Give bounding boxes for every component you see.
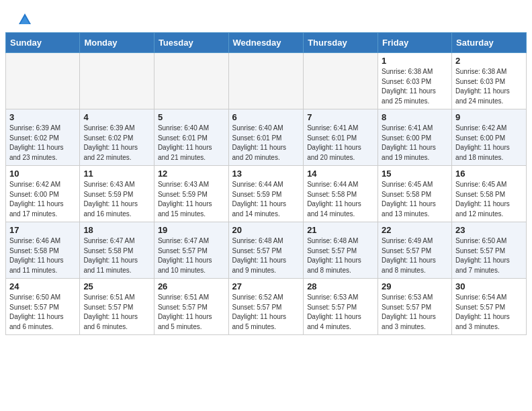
calendar-day-cell xyxy=(154,53,228,109)
day-info: Sunrise: 6:41 AM Sunset: 6:00 PM Dayligh… xyxy=(382,124,448,163)
calendar-table: SundayMondayTuesdayWednesdayThursdayFrid… xyxy=(5,32,527,335)
calendar-day-cell: 19Sunrise: 6:47 AM Sunset: 5:57 PM Dayli… xyxy=(154,222,228,279)
day-number: 7 xyxy=(307,112,374,122)
calendar-day-cell: 22Sunrise: 6:49 AM Sunset: 5:57 PM Dayli… xyxy=(378,222,452,279)
logo-icon xyxy=(17,12,32,27)
calendar-day-cell: 28Sunrise: 6:53 AM Sunset: 5:57 PM Dayli… xyxy=(304,279,378,335)
day-info: Sunrise: 6:44 AM Sunset: 5:59 PM Dayligh… xyxy=(232,180,300,219)
calendar-day-cell: 1Sunrise: 6:38 AM Sunset: 6:03 PM Daylig… xyxy=(378,53,452,109)
day-info: Sunrise: 6:39 AM Sunset: 6:02 PM Dayligh… xyxy=(83,124,150,163)
day-number: 13 xyxy=(232,169,300,179)
day-number: 22 xyxy=(382,225,448,235)
day-info: Sunrise: 6:39 AM Sunset: 6:02 PM Dayligh… xyxy=(9,124,76,163)
calendar-day-cell: 6Sunrise: 6:40 AM Sunset: 6:01 PM Daylig… xyxy=(228,109,304,166)
calendar-week-row: 17Sunrise: 6:46 AM Sunset: 5:58 PM Dayli… xyxy=(6,222,527,279)
calendar-wrapper: SundayMondayTuesdayWednesdayThursdayFrid… xyxy=(0,32,532,340)
calendar-day-cell xyxy=(6,53,80,109)
calendar-day-cell: 23Sunrise: 6:50 AM Sunset: 5:57 PM Dayli… xyxy=(452,222,527,279)
weekday-header-wednesday: Wednesday xyxy=(228,33,304,53)
day-number: 10 xyxy=(9,169,76,179)
logo xyxy=(16,12,32,27)
calendar-day-cell: 7Sunrise: 6:41 AM Sunset: 6:01 PM Daylig… xyxy=(304,109,378,166)
calendar-day-cell: 4Sunrise: 6:39 AM Sunset: 6:02 PM Daylig… xyxy=(80,109,154,166)
weekday-header-saturday: Saturday xyxy=(452,33,527,53)
calendar-day-cell: 11Sunrise: 6:43 AM Sunset: 5:59 PM Dayli… xyxy=(80,166,154,222)
day-number: 26 xyxy=(158,281,225,291)
day-number: 2 xyxy=(455,56,523,66)
calendar-week-row: 3Sunrise: 6:39 AM Sunset: 6:02 PM Daylig… xyxy=(6,109,527,166)
day-number: 5 xyxy=(158,112,225,122)
day-number: 17 xyxy=(9,225,76,235)
day-info: Sunrise: 6:46 AM Sunset: 5:58 PM Dayligh… xyxy=(9,236,76,275)
day-number: 28 xyxy=(307,281,374,291)
day-number: 8 xyxy=(382,112,448,122)
day-number: 27 xyxy=(232,281,300,291)
calendar-day-cell: 27Sunrise: 6:52 AM Sunset: 5:57 PM Dayli… xyxy=(228,279,304,335)
day-info: Sunrise: 6:45 AM Sunset: 5:58 PM Dayligh… xyxy=(382,180,448,219)
day-info: Sunrise: 6:42 AM Sunset: 6:00 PM Dayligh… xyxy=(455,124,523,163)
day-number: 3 xyxy=(9,112,76,122)
day-number: 11 xyxy=(83,169,150,179)
day-number: 23 xyxy=(455,225,523,235)
calendar-day-cell xyxy=(80,53,154,109)
day-info: Sunrise: 6:44 AM Sunset: 5:58 PM Dayligh… xyxy=(307,180,374,219)
calendar-day-cell: 10Sunrise: 6:42 AM Sunset: 6:00 PM Dayli… xyxy=(6,166,80,222)
day-number: 14 xyxy=(307,169,374,179)
calendar-week-row: 10Sunrise: 6:42 AM Sunset: 6:00 PM Dayli… xyxy=(6,166,527,222)
day-info: Sunrise: 6:48 AM Sunset: 5:57 PM Dayligh… xyxy=(232,236,300,275)
calendar-day-cell xyxy=(304,53,378,109)
day-number: 19 xyxy=(158,225,225,235)
weekday-header-monday: Monday xyxy=(80,33,154,53)
day-number: 1 xyxy=(382,56,448,66)
day-info: Sunrise: 6:52 AM Sunset: 5:57 PM Dayligh… xyxy=(232,293,300,332)
calendar-day-cell: 13Sunrise: 6:44 AM Sunset: 5:59 PM Dayli… xyxy=(228,166,304,222)
day-number: 29 xyxy=(382,281,448,291)
day-info: Sunrise: 6:40 AM Sunset: 6:01 PM Dayligh… xyxy=(158,124,225,163)
calendar-day-cell: 26Sunrise: 6:51 AM Sunset: 5:57 PM Dayli… xyxy=(154,279,228,335)
calendar-day-cell: 20Sunrise: 6:48 AM Sunset: 5:57 PM Dayli… xyxy=(228,222,304,279)
day-number: 18 xyxy=(83,225,150,235)
day-info: Sunrise: 6:43 AM Sunset: 5:59 PM Dayligh… xyxy=(83,180,150,219)
day-info: Sunrise: 6:45 AM Sunset: 5:58 PM Dayligh… xyxy=(455,180,523,219)
calendar-week-row: 24Sunrise: 6:50 AM Sunset: 5:57 PM Dayli… xyxy=(6,279,527,335)
calendar-day-cell: 15Sunrise: 6:45 AM Sunset: 5:58 PM Dayli… xyxy=(378,166,452,222)
day-info: Sunrise: 6:49 AM Sunset: 5:57 PM Dayligh… xyxy=(382,236,448,275)
calendar-day-cell: 2Sunrise: 6:38 AM Sunset: 6:03 PM Daylig… xyxy=(452,53,527,109)
day-number: 15 xyxy=(382,169,448,179)
day-info: Sunrise: 6:53 AM Sunset: 5:57 PM Dayligh… xyxy=(307,293,374,332)
day-info: Sunrise: 6:53 AM Sunset: 5:57 PM Dayligh… xyxy=(382,293,448,332)
day-info: Sunrise: 6:43 AM Sunset: 5:59 PM Dayligh… xyxy=(158,180,225,219)
day-number: 12 xyxy=(158,169,225,179)
calendar-day-cell: 18Sunrise: 6:47 AM Sunset: 5:58 PM Dayli… xyxy=(80,222,154,279)
calendar-day-cell: 12Sunrise: 6:43 AM Sunset: 5:59 PM Dayli… xyxy=(154,166,228,222)
day-info: Sunrise: 6:38 AM Sunset: 6:03 PM Dayligh… xyxy=(382,67,448,106)
weekday-header-friday: Friday xyxy=(378,33,452,53)
page-header xyxy=(0,0,532,32)
day-info: Sunrise: 6:47 AM Sunset: 5:58 PM Dayligh… xyxy=(83,236,150,275)
day-number: 24 xyxy=(9,281,76,291)
calendar-day-cell: 21Sunrise: 6:48 AM Sunset: 5:57 PM Dayli… xyxy=(304,222,378,279)
calendar-day-cell: 5Sunrise: 6:40 AM Sunset: 6:01 PM Daylig… xyxy=(154,109,228,166)
calendar-day-cell: 29Sunrise: 6:53 AM Sunset: 5:57 PM Dayli… xyxy=(378,279,452,335)
day-number: 16 xyxy=(455,169,523,179)
day-info: Sunrise: 6:50 AM Sunset: 5:57 PM Dayligh… xyxy=(455,236,523,275)
calendar-header: SundayMondayTuesdayWednesdayThursdayFrid… xyxy=(6,33,527,53)
calendar-day-cell: 17Sunrise: 6:46 AM Sunset: 5:58 PM Dayli… xyxy=(6,222,80,279)
calendar-day-cell: 3Sunrise: 6:39 AM Sunset: 6:02 PM Daylig… xyxy=(6,109,80,166)
calendar-day-cell: 14Sunrise: 6:44 AM Sunset: 5:58 PM Dayli… xyxy=(304,166,378,222)
calendar-week-row: 1Sunrise: 6:38 AM Sunset: 6:03 PM Daylig… xyxy=(6,53,527,109)
day-info: Sunrise: 6:51 AM Sunset: 5:57 PM Dayligh… xyxy=(158,293,225,332)
day-info: Sunrise: 6:54 AM Sunset: 5:57 PM Dayligh… xyxy=(455,293,523,332)
day-info: Sunrise: 6:40 AM Sunset: 6:01 PM Dayligh… xyxy=(232,124,300,163)
day-info: Sunrise: 6:41 AM Sunset: 6:01 PM Dayligh… xyxy=(307,124,374,163)
day-number: 6 xyxy=(232,112,300,122)
weekday-header-row: SundayMondayTuesdayWednesdayThursdayFrid… xyxy=(6,33,527,53)
calendar-day-cell: 25Sunrise: 6:51 AM Sunset: 5:57 PM Dayli… xyxy=(80,279,154,335)
day-number: 4 xyxy=(83,112,150,122)
weekday-header-tuesday: Tuesday xyxy=(154,33,228,53)
day-info: Sunrise: 6:47 AM Sunset: 5:57 PM Dayligh… xyxy=(158,236,225,275)
day-number: 21 xyxy=(307,225,374,235)
weekday-header-sunday: Sunday xyxy=(6,33,80,53)
day-info: Sunrise: 6:51 AM Sunset: 5:57 PM Dayligh… xyxy=(83,293,150,332)
day-info: Sunrise: 6:42 AM Sunset: 6:00 PM Dayligh… xyxy=(9,180,76,219)
